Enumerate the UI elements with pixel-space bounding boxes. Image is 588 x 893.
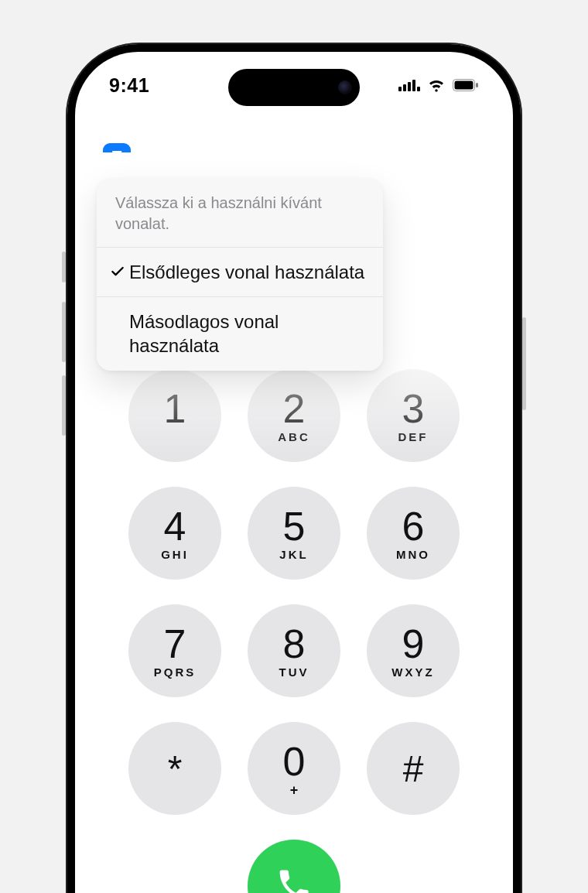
svg-rect-3 [412,80,415,91]
key-8[interactable]: 8 TUV [248,604,340,697]
key-4[interactable]: 4 GHI [128,487,221,580]
call-row [75,840,513,893]
line-menu-primary[interactable]: Elsődleges vonal használata [97,248,383,297]
svg-rect-7 [476,83,478,87]
volume-up-button [62,302,66,362]
line-menu-header: Válassza ki a használni kívánt vonalat. [97,179,383,248]
key-9[interactable]: 9 WXYZ [367,604,460,697]
dynamic-island [228,69,360,106]
line-badge[interactable]: E [103,143,131,171]
cellular-icon [398,79,420,91]
call-button[interactable] [248,840,340,893]
status-time: 9:41 [109,70,149,97]
line-menu-primary-label: Elsődleges vonal használata [129,260,368,284]
key-7[interactable]: 7 PQRS [128,604,221,697]
svg-rect-1 [403,84,406,91]
phone-device-frame: 9:41 [66,43,522,893]
line-menu-secondary-label: Másodlagos vonal használata [129,310,368,358]
checkmark-icon [106,260,129,279]
keypad: 1 2 ABC 3 DEF 4 GHI 5 JKL [75,369,513,815]
key-1[interactable]: 1 [128,369,221,462]
volume-down-button [62,375,66,436]
svg-rect-6 [455,81,473,90]
side-button [62,251,66,282]
key-0[interactable]: 0 + [248,722,340,815]
wifi-icon [427,78,446,92]
power-button [522,317,526,410]
line-menu-secondary[interactable]: Másodlagos vonal használata [97,297,383,370]
svg-rect-2 [408,82,411,91]
key-3[interactable]: 3 DEF [367,369,460,462]
phone-screen: 9:41 [75,52,513,893]
phone-icon [275,866,313,893]
key-5[interactable]: 5 JKL [248,487,340,580]
checkmark-placeholder [106,310,129,313]
key-star[interactable]: * [128,722,221,815]
key-2[interactable]: 2 ABC [248,369,340,462]
key-6[interactable]: 6 MNO [367,487,460,580]
status-icons [398,74,479,92]
svg-rect-0 [398,87,402,91]
battery-icon [453,79,479,91]
line-selector-menu: Válassza ki a használni kívánt vonalat. … [97,179,383,371]
key-hash[interactable]: # [367,722,460,815]
camera-icon [338,80,352,94]
svg-rect-4 [417,87,420,91]
